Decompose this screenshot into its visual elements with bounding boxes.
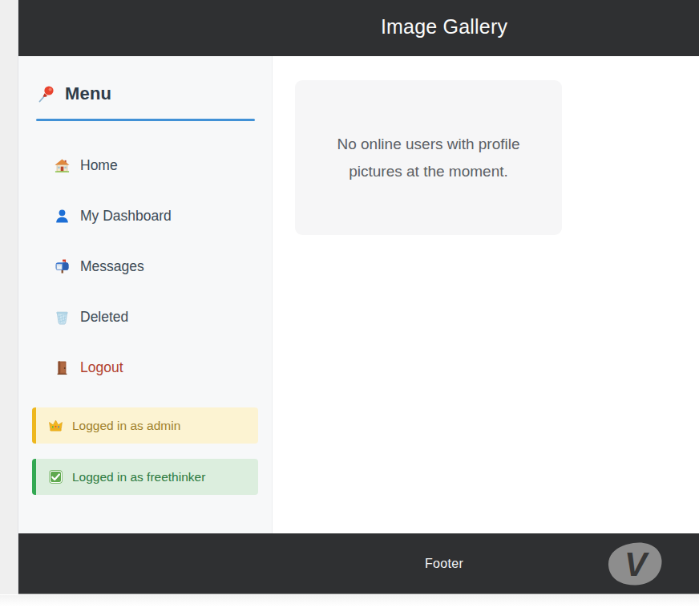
sidebar-item-label: My Dashboard — [80, 208, 172, 225]
page-bottom-strip — [0, 595, 699, 616]
sidebar-item-home[interactable]: Home — [18, 140, 272, 191]
svg-text:V: V — [624, 545, 649, 583]
footer-label: Footer — [425, 557, 463, 571]
sidebar-item-logout[interactable]: Logout — [18, 342, 272, 393]
mailbox-icon — [55, 259, 70, 274]
content-area: Menu — [18, 56, 699, 533]
sidebar-item-label: Messages — [80, 258, 144, 275]
status-badge-label: Logged in as freethinker — [72, 470, 205, 484]
empty-state-message: No online users with profile pictures at… — [333, 131, 524, 185]
status-badge-admin: Logged in as admin — [32, 407, 258, 444]
status-badge-label: Logged in as admin — [72, 419, 180, 433]
main-panel: No online users with profile pictures at… — [273, 56, 699, 533]
crown-icon — [48, 418, 63, 433]
house-icon — [55, 158, 70, 173]
sidebar-item-deleted[interactable]: Deleted — [18, 292, 272, 342]
login-status-badges: Logged in as admin Logged in as freethin… — [32, 407, 258, 495]
status-badge-freethinker: Logged in as freethinker — [32, 459, 258, 495]
door-icon — [55, 360, 70, 375]
empty-state-card: No online users with profile pictures at… — [295, 80, 562, 235]
sidebar-nav: Home My Dashboard — [18, 140, 272, 393]
page-left-gutter — [0, 0, 18, 594]
app-window: Image Gallery Menu — [18, 0, 699, 594]
menu-header: Menu — [37, 83, 272, 104]
v-logo-icon: V — [607, 541, 663, 586]
sidebar-item-label: Home — [80, 157, 118, 174]
check-mark-icon — [48, 469, 63, 484]
footer-bar: Footer V — [18, 533, 699, 594]
page-title: Image Gallery — [381, 15, 507, 38]
menu-title: Menu — [65, 83, 111, 104]
header-bar: Image Gallery — [18, 0, 699, 56]
pushpin-icon — [37, 84, 56, 103]
sidebar-item-label: Logout — [80, 359, 123, 376]
sidebar: Menu — [18, 56, 273, 533]
sidebar-item-label: Deleted — [80, 309, 128, 326]
menu-underline — [36, 119, 255, 121]
sidebar-item-my-dashboard[interactable]: My Dashboard — [18, 191, 272, 241]
person-icon — [55, 209, 70, 224]
wastebasket-icon — [55, 310, 70, 325]
sidebar-item-messages[interactable]: Messages — [18, 241, 272, 292]
